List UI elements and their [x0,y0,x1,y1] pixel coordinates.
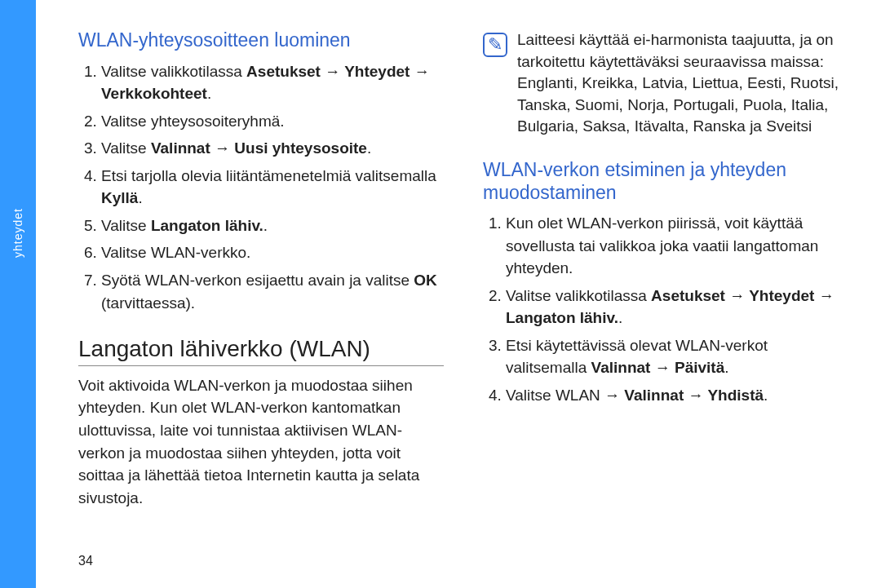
steps-search-connect: Kun olet WLAN-verkon piirissä, voit käyt… [483,212,848,406]
page-number: 34 [78,554,93,568]
wlan-intro-paragraph: Voit aktivoida WLAN-verkon ja muodostaa … [78,374,444,509]
right-column: ✎ Laitteesi käyttää ei-harmonista taajuu… [483,29,848,509]
list-item: Valitse valikkotilassa Asetukset → Yhtey… [101,60,444,105]
list-item: Valitse Langaton lähiv.. [101,214,444,237]
list-item: Valitse WLAN-verkko. [101,241,444,264]
note-box: ✎ Laitteesi käyttää ei-harmonista taajuu… [483,29,848,138]
chapter-tab-label: yhteydet [11,208,24,258]
note-text: Laitteesi käyttää ei-harmonista taajuutt… [517,29,848,138]
list-item: Valitse WLAN → Valinnat → Yhdistä. [506,384,848,407]
heading-wlan-search-connect: WLAN-verkon etsiminen ja yhteyden muodos… [483,159,848,204]
heading-wlan-create-ap: WLAN-yhteysosoitteen luominen [78,29,444,52]
list-item: Etsi tarjolla olevia liitäntämenetelmiä … [101,165,444,210]
list-item: Valitse Valinnat → Uusi yhteysosoite. [101,137,444,160]
steps-create-ap: Valitse valikkotilassa Asetukset → Yhtey… [78,60,444,314]
page-content: WLAN-yhteysosoitteen luominen Valitse va… [36,0,881,588]
left-column: WLAN-yhteysosoitteen luominen Valitse va… [78,29,444,509]
list-item: Etsi käytettävissä olevat WLAN-verkot va… [506,334,848,379]
list-item: Valitse valikkotilassa Asetukset → Yhtey… [506,285,848,329]
list-item: Kun olet WLAN-verkon piirissä, voit käyt… [506,212,848,280]
list-item: Valitse yhteysosoiteryhmä. [101,110,444,133]
heading-wlan-section: Langaton lähiverkko (WLAN) [78,337,444,366]
list-item: Syötä WLAN-verkon esijaettu avain ja val… [101,269,444,314]
pencil-icon: ✎ [488,34,502,55]
note-icon: ✎ [483,33,507,57]
chapter-tab: yhteydet [0,0,36,588]
